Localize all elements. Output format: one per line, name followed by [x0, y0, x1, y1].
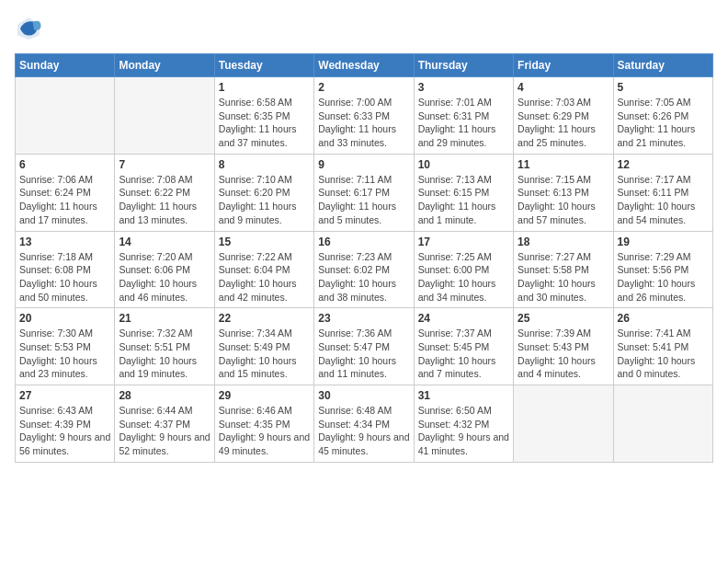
day-of-week-header: Sunday — [16, 54, 115, 77]
day-detail: Sunrise: 7:00 AM Sunset: 6:33 PM Dayligh… — [318, 96, 409, 150]
day-number: 10 — [418, 158, 509, 171]
day-detail: Sunrise: 7:36 AM Sunset: 5:47 PM Dayligh… — [318, 327, 409, 381]
day-number: 6 — [19, 158, 110, 171]
day-detail: Sunrise: 6:46 AM Sunset: 4:35 PM Dayligh… — [219, 404, 310, 458]
day-detail: Sunrise: 7:25 AM Sunset: 6:00 PM Dayligh… — [418, 250, 509, 304]
day-detail: Sunrise: 7:11 AM Sunset: 6:17 PM Dayligh… — [318, 173, 409, 227]
day-detail: Sunrise: 6:48 AM Sunset: 4:34 PM Dayligh… — [318, 404, 409, 458]
calendar-week-row: 6Sunrise: 7:06 AM Sunset: 6:24 PM Daylig… — [16, 154, 713, 231]
calendar-day-cell: 30Sunrise: 6:48 AM Sunset: 4:34 PM Dayli… — [314, 385, 414, 463]
calendar-day-cell — [613, 385, 712, 463]
day-detail: Sunrise: 6:50 AM Sunset: 4:32 PM Dayligh… — [418, 404, 509, 458]
day-number: 1 — [219, 81, 310, 94]
calendar-day-cell: 10Sunrise: 7:13 AM Sunset: 6:15 PM Dayli… — [414, 154, 513, 231]
day-number: 11 — [518, 158, 609, 171]
day-number: 26 — [618, 312, 709, 325]
day-detail: Sunrise: 7:08 AM Sunset: 6:22 PM Dayligh… — [119, 173, 210, 227]
calendar-day-cell: 11Sunrise: 7:15 AM Sunset: 6:13 PM Dayli… — [514, 154, 613, 231]
calendar-week-row: 13Sunrise: 7:18 AM Sunset: 6:08 PM Dayli… — [16, 231, 713, 308]
day-number: 4 — [518, 81, 609, 94]
day-detail: Sunrise: 7:39 AM Sunset: 5:43 PM Dayligh… — [518, 327, 609, 381]
calendar-day-cell — [16, 77, 115, 155]
day-number: 28 — [119, 389, 210, 402]
day-number: 25 — [518, 312, 609, 325]
day-detail: Sunrise: 7:34 AM Sunset: 5:49 PM Dayligh… — [219, 327, 310, 381]
calendar-day-cell: 14Sunrise: 7:20 AM Sunset: 6:06 PM Dayli… — [115, 231, 214, 308]
calendar-day-cell: 16Sunrise: 7:23 AM Sunset: 6:02 PM Dayli… — [314, 231, 414, 308]
day-detail: Sunrise: 7:01 AM Sunset: 6:31 PM Dayligh… — [418, 96, 509, 150]
day-number: 21 — [119, 312, 210, 325]
day-number: 9 — [318, 158, 409, 171]
calendar-day-cell — [514, 385, 613, 463]
calendar-day-cell: 9Sunrise: 7:11 AM Sunset: 6:17 PM Daylig… — [314, 154, 414, 231]
day-number: 3 — [418, 81, 509, 94]
calendar-day-cell: 2Sunrise: 7:00 AM Sunset: 6:33 PM Daylig… — [314, 77, 414, 155]
calendar-day-cell: 24Sunrise: 7:37 AM Sunset: 5:45 PM Dayli… — [414, 308, 513, 385]
calendar-day-cell: 27Sunrise: 6:43 AM Sunset: 4:39 PM Dayli… — [16, 385, 115, 463]
day-of-week-header: Monday — [115, 54, 214, 77]
day-detail: Sunrise: 7:13 AM Sunset: 6:15 PM Dayligh… — [418, 173, 509, 227]
calendar-header: SundayMondayTuesdayWednesdayThursdayFrid… — [16, 54, 713, 77]
day-detail: Sunrise: 7:15 AM Sunset: 6:13 PM Dayligh… — [518, 173, 609, 227]
calendar-day-cell: 22Sunrise: 7:34 AM Sunset: 5:49 PM Dayli… — [214, 308, 313, 385]
day-detail: Sunrise: 7:18 AM Sunset: 6:08 PM Dayligh… — [19, 250, 110, 304]
day-detail: Sunrise: 7:05 AM Sunset: 6:26 PM Dayligh… — [618, 96, 709, 150]
calendar-day-cell: 29Sunrise: 6:46 AM Sunset: 4:35 PM Dayli… — [214, 385, 313, 463]
day-number: 5 — [618, 81, 709, 94]
day-detail: Sunrise: 7:23 AM Sunset: 6:02 PM Dayligh… — [318, 250, 409, 304]
day-number: 27 — [19, 389, 110, 402]
day-number: 12 — [618, 158, 709, 171]
day-detail: Sunrise: 7:10 AM Sunset: 6:20 PM Dayligh… — [219, 173, 310, 227]
day-detail: Sunrise: 7:06 AM Sunset: 6:24 PM Dayligh… — [19, 173, 110, 227]
day-detail: Sunrise: 6:58 AM Sunset: 6:35 PM Dayligh… — [219, 96, 310, 150]
calendar-day-cell — [115, 77, 214, 155]
calendar-day-cell: 7Sunrise: 7:08 AM Sunset: 6:22 PM Daylig… — [115, 154, 214, 231]
day-number: 31 — [418, 389, 509, 402]
day-of-week-header: Tuesday — [214, 54, 313, 77]
day-number: 17 — [418, 236, 509, 248]
day-of-week-header: Wednesday — [314, 54, 414, 77]
day-detail: Sunrise: 7:41 AM Sunset: 5:41 PM Dayligh… — [618, 327, 709, 381]
day-of-week-header: Friday — [514, 54, 613, 77]
logo-icon — [15, 15, 42, 42]
day-detail: Sunrise: 7:17 AM Sunset: 6:11 PM Dayligh… — [618, 173, 709, 227]
calendar-day-cell: 1Sunrise: 6:58 AM Sunset: 6:35 PM Daylig… — [214, 77, 313, 155]
day-number: 29 — [219, 389, 310, 402]
calendar-week-row: 27Sunrise: 6:43 AM Sunset: 4:39 PM Dayli… — [16, 385, 713, 463]
day-detail: Sunrise: 6:43 AM Sunset: 4:39 PM Dayligh… — [19, 404, 110, 458]
day-detail: Sunrise: 7:37 AM Sunset: 5:45 PM Dayligh… — [418, 327, 509, 381]
day-number: 7 — [119, 158, 210, 171]
day-of-week-header: Thursday — [414, 54, 513, 77]
day-of-week-header: Saturday — [613, 54, 712, 77]
calendar-day-cell: 3Sunrise: 7:01 AM Sunset: 6:31 PM Daylig… — [414, 77, 513, 155]
calendar-day-cell: 4Sunrise: 7:03 AM Sunset: 6:29 PM Daylig… — [514, 77, 613, 155]
calendar-week-row: 20Sunrise: 7:30 AM Sunset: 5:53 PM Dayli… — [16, 308, 713, 385]
calendar-day-cell: 12Sunrise: 7:17 AM Sunset: 6:11 PM Dayli… — [613, 154, 712, 231]
day-number: 15 — [219, 236, 310, 248]
day-number: 24 — [418, 312, 509, 325]
page-header — [15, 15, 713, 42]
day-detail: Sunrise: 6:44 AM Sunset: 4:37 PM Dayligh… — [119, 404, 210, 458]
day-number: 13 — [19, 236, 110, 248]
calendar-day-cell: 17Sunrise: 7:25 AM Sunset: 6:00 PM Dayli… — [414, 231, 513, 308]
calendar-day-cell: 25Sunrise: 7:39 AM Sunset: 5:43 PM Dayli… — [514, 308, 613, 385]
day-detail: Sunrise: 7:20 AM Sunset: 6:06 PM Dayligh… — [119, 250, 210, 304]
calendar-day-cell: 31Sunrise: 6:50 AM Sunset: 4:32 PM Dayli… — [414, 385, 513, 463]
calendar-day-cell: 21Sunrise: 7:32 AM Sunset: 5:51 PM Dayli… — [115, 308, 214, 385]
day-detail: Sunrise: 7:22 AM Sunset: 6:04 PM Dayligh… — [219, 250, 310, 304]
calendar-day-cell: 6Sunrise: 7:06 AM Sunset: 6:24 PM Daylig… — [16, 154, 115, 231]
calendar-day-cell: 5Sunrise: 7:05 AM Sunset: 6:26 PM Daylig… — [613, 77, 712, 155]
day-number: 8 — [219, 158, 310, 171]
calendar-day-cell: 26Sunrise: 7:41 AM Sunset: 5:41 PM Dayli… — [613, 308, 712, 385]
calendar-table: SundayMondayTuesdayWednesdayThursdayFrid… — [15, 53, 713, 463]
calendar-day-cell: 28Sunrise: 6:44 AM Sunset: 4:37 PM Dayli… — [115, 385, 214, 463]
calendar-day-cell: 8Sunrise: 7:10 AM Sunset: 6:20 PM Daylig… — [214, 154, 313, 231]
calendar-day-cell: 23Sunrise: 7:36 AM Sunset: 5:47 PM Dayli… — [314, 308, 414, 385]
day-detail: Sunrise: 7:27 AM Sunset: 5:58 PM Dayligh… — [518, 250, 609, 304]
calendar-body: 1Sunrise: 6:58 AM Sunset: 6:35 PM Daylig… — [16, 77, 713, 463]
day-detail: Sunrise: 7:30 AM Sunset: 5:53 PM Dayligh… — [19, 327, 110, 381]
calendar-day-cell: 20Sunrise: 7:30 AM Sunset: 5:53 PM Dayli… — [16, 308, 115, 385]
calendar-day-cell: 18Sunrise: 7:27 AM Sunset: 5:58 PM Dayli… — [514, 231, 613, 308]
day-number: 30 — [318, 389, 409, 402]
day-number: 23 — [318, 312, 409, 325]
